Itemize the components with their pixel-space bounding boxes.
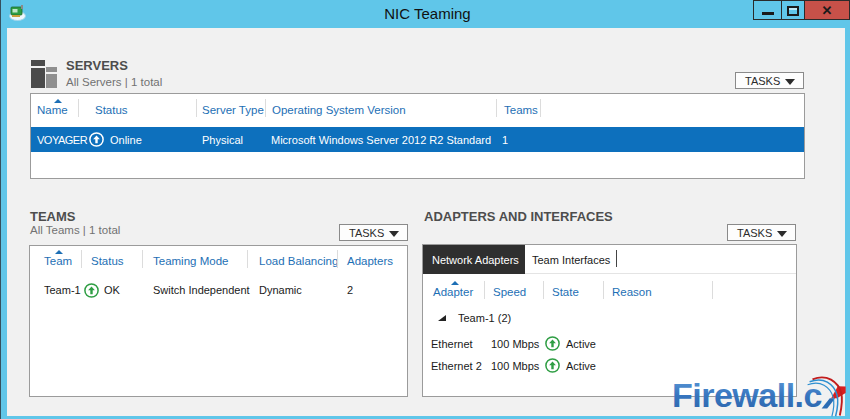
svg-text:Firewall.c: Firewall.c: [672, 376, 822, 414]
